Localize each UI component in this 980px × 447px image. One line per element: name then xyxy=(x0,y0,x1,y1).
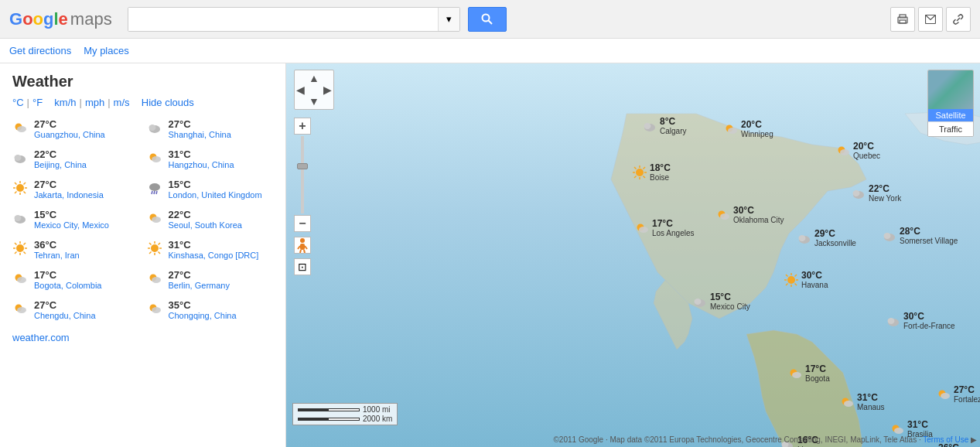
map-weather-marker[interactable]: 17°C Bogota xyxy=(787,363,830,383)
map-weather-marker[interactable]: 17°C Los Angeles xyxy=(634,218,695,237)
map-marker-info: 20°C Winnipeg xyxy=(741,119,773,138)
map-weather-marker[interactable]: 20°C Quebec xyxy=(835,141,880,160)
my-places-link[interactable]: My places xyxy=(84,45,129,56)
traffic-button[interactable]: Traffic xyxy=(928,121,973,136)
weather-item-city[interactable]: London, United Kingdom xyxy=(169,190,262,200)
weather-item-city[interactable]: Beijing, China xyxy=(34,160,87,169)
celsius-link[interactable]: °C xyxy=(12,97,24,108)
weather-item-city[interactable]: Seoul, South Korea xyxy=(169,220,242,230)
email-button[interactable] xyxy=(918,7,943,32)
svg-line-26 xyxy=(156,191,157,194)
map-marker-info: 17°C Bogota xyxy=(805,363,830,383)
map-marker-icon xyxy=(886,313,901,329)
search-input[interactable] xyxy=(128,8,438,31)
svg-point-77 xyxy=(840,149,849,155)
map-weather-marker[interactable]: 15°C Mexico City xyxy=(692,292,750,311)
weather-item-city[interactable]: Berlin, Germany xyxy=(169,281,230,290)
svg-line-24 xyxy=(152,191,152,194)
map-weather-marker[interactable]: 20°C Winnipeg xyxy=(723,119,773,138)
svg-point-64 xyxy=(644,123,651,129)
svg-line-38 xyxy=(24,243,26,245)
map-weather-marker[interactable]: 27°C Fortaleza xyxy=(936,384,980,404)
map-weather-marker[interactable]: 29°C Jacksonville xyxy=(797,228,856,247)
weather-item-info: 17°C Bogota, Colombia xyxy=(34,269,101,290)
weather-item-icon xyxy=(147,180,164,197)
map-marker-city: Quebec xyxy=(853,152,880,160)
pan-right-button[interactable]: ▶ xyxy=(323,84,332,96)
weather-item-city[interactable]: Kinshasa, Congo [DRC] xyxy=(169,251,259,260)
weather-dot-com-link[interactable]: weather.com xyxy=(12,332,70,343)
map-marker-city: Bogota xyxy=(805,374,830,383)
map-weather-marker[interactable]: 28°C Somerset Village xyxy=(882,226,958,245)
map-marker-temp: 30°C xyxy=(903,311,955,322)
svg-line-45 xyxy=(149,243,152,245)
weather-item-city[interactable]: Guangzhou, China xyxy=(34,130,105,139)
map-marker-city: Jacksonville xyxy=(814,239,856,247)
mph-link[interactable]: mph xyxy=(85,97,104,108)
link-button[interactable] xyxy=(946,7,971,32)
map-weather-marker[interactable]: 30°C Fort-de-France xyxy=(886,311,955,330)
map-marker-city: Winnipeg xyxy=(741,130,773,138)
get-directions-link[interactable]: Get directions xyxy=(9,45,71,56)
map-weather-marker[interactable]: 31°C Manaus xyxy=(839,392,885,411)
map-weather-marker[interactable]: 30°C Havana xyxy=(784,270,828,289)
map-marker-city: Fort-de-France xyxy=(903,322,955,330)
svg-line-37 xyxy=(24,252,26,254)
map-container[interactable]: Satellite Traffic ▲ ▼ ◀ ▶ + − xyxy=(286,63,980,447)
weather-item-city[interactable]: Hangzhou, China xyxy=(169,160,234,169)
map-marker-temp: 27°C xyxy=(954,384,980,395)
svg-point-89 xyxy=(695,299,702,305)
sidebar-weather-item: 22°C Seoul, South Korea xyxy=(147,206,274,232)
pan-down-button[interactable]: ▼ xyxy=(309,95,319,107)
zoom-to-fit-button[interactable]: ⊡ xyxy=(294,258,311,275)
weather-item-temp: 27°C xyxy=(34,118,105,130)
pan-up-button[interactable]: ▲ xyxy=(309,72,319,84)
zoom-thumb[interactable] xyxy=(297,163,308,169)
map-weather-marker[interactable]: 18°C Boise xyxy=(632,162,671,182)
svg-point-87 xyxy=(884,233,891,239)
weather-item-city[interactable]: Chongqing, China xyxy=(169,311,237,320)
street-view-button[interactable] xyxy=(294,237,311,254)
map-weather-marker[interactable]: 22°C New York xyxy=(851,183,901,203)
map-marker-temp: 8°C xyxy=(660,116,686,127)
search-button[interactable] xyxy=(468,7,507,32)
map-marker-info: 31°C Manaus xyxy=(857,392,885,411)
kmh-link[interactable]: km/h xyxy=(54,97,76,108)
logo-o1: o xyxy=(22,9,32,29)
hide-clouds-link[interactable]: Hide clouds xyxy=(142,97,194,108)
fahrenheit-link[interactable]: °F xyxy=(32,97,43,108)
map-marker-city: New York xyxy=(869,194,901,203)
satellite-thumbnail[interactable] xyxy=(928,70,973,109)
logo-g2: g xyxy=(43,9,53,29)
weather-item-city[interactable]: Mexico City, Mexico xyxy=(34,220,109,230)
unit-space xyxy=(46,97,51,108)
weather-item-temp: 17°C xyxy=(34,269,101,281)
weather-item-city[interactable]: Chengdu, China xyxy=(34,311,96,320)
terms-of-use-link[interactable]: Terms of Use xyxy=(923,435,968,444)
ms-link[interactable]: m/s xyxy=(114,97,130,108)
map-marker-icon xyxy=(851,186,866,201)
map-marker-icon xyxy=(634,220,650,236)
map-weather-marker[interactable]: 8°C Calgary xyxy=(642,116,686,135)
map-weather-marker[interactable]: 30°C Oklahoma City xyxy=(715,205,784,224)
print-button[interactable] xyxy=(890,7,915,32)
weather-item-city[interactable]: Jakarta, Indonesia xyxy=(34,190,104,200)
map-marker-temp: 31°C xyxy=(907,419,933,430)
pan-left-button[interactable]: ◀ xyxy=(296,84,305,96)
weather-item-temp: 31°C xyxy=(169,239,259,251)
svg-line-72 xyxy=(634,167,637,169)
satellite-button[interactable]: Satellite xyxy=(928,109,973,121)
header: Google maps ▾ xyxy=(0,0,980,39)
weather-item-city[interactable]: Tehran, Iran xyxy=(34,251,80,260)
scale-bar: 1000 mi 2000 km xyxy=(292,403,398,425)
weather-item-icon xyxy=(147,210,164,227)
weather-item-city[interactable]: Bogota, Colombia xyxy=(34,281,101,290)
weather-item-city[interactable]: Shanghai, China xyxy=(169,130,231,139)
search-dropdown-button[interactable]: ▾ xyxy=(438,8,459,31)
svg-line-61 xyxy=(300,250,301,253)
svg-line-20 xyxy=(24,192,26,194)
zoom-out-button[interactable]: − xyxy=(294,215,311,232)
map-marker-info: 29°C Jacksonville xyxy=(814,228,856,247)
sidebar-title: Weather xyxy=(12,73,273,90)
zoom-in-button[interactable]: + xyxy=(294,118,311,135)
